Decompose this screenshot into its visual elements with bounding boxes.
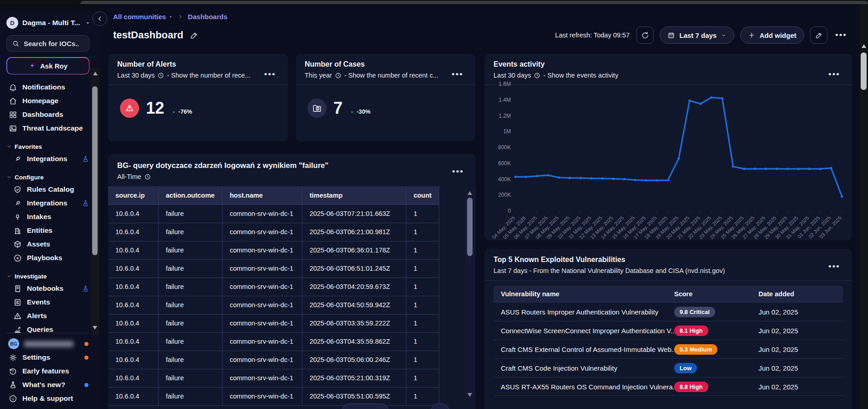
vuln-name: ConnectWise ScreenConnect Improper Authe… bbox=[494, 327, 674, 335]
sidebar-scrollbar[interactable] bbox=[91, 68, 99, 335]
table-row[interactable]: 10.6.0.4failurecommon-srv-win-dc-12025-0… bbox=[108, 314, 439, 332]
sidebar-item-what-s-new[interactable]: What's new? bbox=[6, 378, 89, 392]
dashboard-more-options-icon[interactable]: ••• bbox=[833, 28, 849, 42]
sidebar-item-integrations[interactable]: Integrations bbox=[6, 152, 89, 166]
table-cell: 10.6.0.4 bbox=[108, 369, 158, 387]
edit-title-pencil-icon[interactable] bbox=[190, 31, 198, 40]
sidebar-section-favorites[interactable]: Favorites bbox=[6, 141, 89, 152]
sidebar-item-label: Notifications bbox=[22, 83, 65, 91]
vuln-row[interactable]: Craft CMS Code Injection VulnerabilityLo… bbox=[494, 358, 843, 377]
scroll-up-arrow[interactable] bbox=[93, 72, 98, 75]
add-widget-button[interactable]: Add widget bbox=[740, 26, 804, 44]
notification-dot bbox=[84, 342, 88, 346]
sidebar-item-dashboards[interactable]: Dashboards bbox=[6, 108, 89, 121]
svg-text:1M: 1M bbox=[503, 128, 511, 135]
dashboards-grid-icon bbox=[8, 110, 17, 119]
widget-more-options-icon[interactable]: ••• bbox=[826, 260, 842, 273]
table-cell: 1 bbox=[406, 296, 439, 314]
edit-dashboard-button[interactable] bbox=[810, 26, 827, 44]
dashboard-controls: Last refresh: Today 09:57 Last 7 days Ad… bbox=[555, 26, 849, 44]
widget-title: BG- query dotyczace zdarzeń logowań z wy… bbox=[117, 161, 467, 170]
sidebar-section-configure[interactable]: Configure bbox=[6, 172, 89, 183]
scroll-up-arrow[interactable] bbox=[468, 191, 472, 195]
search-input[interactable] bbox=[24, 40, 78, 47]
sidebar-section-investigate[interactable]: Investigate bbox=[6, 271, 89, 282]
sidebar-item-notebooks[interactable]: Notebooks bbox=[6, 282, 89, 295]
alerts-count: 12 bbox=[146, 100, 164, 116]
sidebar-item-label: Integrations bbox=[27, 199, 68, 207]
table-cell: 1 bbox=[406, 241, 439, 259]
breadcrumb: All communities Dashboards bbox=[113, 13, 228, 21]
sidebar-item-homepage[interactable]: Homepage bbox=[6, 94, 89, 108]
workspace-name: Dagma - Multi T... bbox=[22, 19, 80, 27]
severity-badge: 9.8 Critical bbox=[674, 307, 715, 317]
vuln-row[interactable]: Craft CMS External Control of Assumed-Im… bbox=[494, 340, 843, 358]
table-cell: failure bbox=[158, 278, 222, 296]
sidebar-item-entities[interactable]: Entities bbox=[6, 224, 89, 237]
table-cell: 10.6.0.4 bbox=[108, 278, 158, 296]
table-cell: 2025-06-03T05:06:00.246Z bbox=[302, 351, 406, 369]
sidebar-item-label: Rules Catalog bbox=[27, 185, 74, 194]
table-row[interactable]: 10.6.0.4failurecommon-srv-win-dc-12025-0… bbox=[108, 278, 439, 296]
vuln-row[interactable]: ASUS Routers Improper Authentication Vul… bbox=[494, 302, 843, 321]
workspace-switcher[interactable]: D Dagma - Multi T... bbox=[6, 15, 89, 31]
column-header-vulnerability-name: Vulnerability name bbox=[494, 290, 674, 298]
scroll-down-arrow[interactable] bbox=[93, 326, 97, 330]
svg-text:800K: 800K bbox=[498, 144, 511, 151]
table-row[interactable]: 10.6.0.4failurecommon-srv-win-dc-12025-0… bbox=[108, 241, 439, 259]
sidebar-item-label: Early features bbox=[22, 367, 69, 375]
sidebar-item-intakes[interactable]: Intakes bbox=[6, 210, 89, 224]
widget-events-activity: Events activity Last 30 days - Show the … bbox=[484, 54, 852, 241]
pagination-button[interactable] bbox=[431, 404, 449, 409]
page-scrollbar[interactable] bbox=[859, 4, 868, 409]
sidebar-item-help-support[interactable]: Help & support bbox=[6, 392, 89, 405]
gear-icon bbox=[8, 353, 17, 362]
sidebar-item-settings[interactable]: Settings bbox=[6, 351, 89, 364]
table-row[interactable]: 10.6.0.4failurecommon-srv-win-dc-12025-0… bbox=[108, 204, 439, 223]
sidebar-user[interactable]: BG bbox=[6, 337, 89, 351]
table-row[interactable]: 10.6.0.4failurecommon-srv-win-dc-12025-0… bbox=[108, 369, 439, 387]
sidebar-item-label: Intakes bbox=[27, 213, 51, 221]
widget-more-options-icon[interactable]: ••• bbox=[450, 68, 465, 81]
refresh-button[interactable] bbox=[636, 26, 654, 44]
ioc-search[interactable] bbox=[6, 35, 89, 52]
table-scroll-thumb[interactable] bbox=[467, 198, 473, 256]
table-row[interactable]: 10.6.0.4failurecommon-srv-win-dc-12025-0… bbox=[108, 259, 439, 278]
sidebar-item-notifications[interactable]: Notifications bbox=[6, 80, 89, 94]
sidebar-collapse-button[interactable] bbox=[93, 11, 107, 26]
sidebar-item-playbooks[interactable]: Playbooks bbox=[6, 251, 89, 265]
table-row[interactable]: 10.6.0.4failurecommon-srv-win-dc-12025-0… bbox=[108, 332, 439, 351]
sidebar-item-events[interactable]: Events bbox=[6, 295, 89, 309]
table-row[interactable]: 10.6.0.4failurecommon-srv-win-dc-12025-0… bbox=[108, 351, 439, 369]
table-scrollbar[interactable] bbox=[465, 189, 475, 399]
table-row[interactable]: 10.6.0.4failurecommon-srv-win-dc-12025-0… bbox=[108, 296, 439, 314]
sidebar-item-rules-catalog[interactable]: Rules Catalog bbox=[6, 183, 89, 196]
ask-roy-label: Ask Roy bbox=[40, 62, 68, 70]
date-range-select[interactable]: Last 7 days bbox=[660, 26, 734, 44]
page-scroll-thumb[interactable] bbox=[861, 52, 867, 90]
widget-more-options-icon[interactable]: ••• bbox=[450, 165, 466, 178]
sidebar-item-integrations[interactable]: Integrations bbox=[6, 196, 89, 210]
scroll-up-arrow[interactable] bbox=[862, 44, 866, 48]
widget-more-options-icon[interactable]: ••• bbox=[262, 68, 278, 81]
pagination-button[interactable] bbox=[342, 404, 389, 409]
scroll-down-arrow[interactable] bbox=[468, 393, 472, 397]
flask-icon bbox=[82, 285, 89, 293]
table-row[interactable]: 10.6.0.4failurecommon-srv-win-dc-12025-0… bbox=[108, 223, 439, 241]
table-cell: failure bbox=[158, 204, 222, 223]
ask-roy-button[interactable]: Ask Roy bbox=[6, 57, 89, 74]
table-row[interactable]: 10.6.0.4failurecommon-srv-win-dc-12025-0… bbox=[108, 387, 439, 405]
sidebar-item-assets[interactable]: Assets bbox=[6, 237, 89, 251]
sidebar-item-early-features[interactable]: Early features bbox=[6, 364, 89, 378]
sidebar-item-threat-landscape[interactable]: Threat Landscape bbox=[6, 121, 89, 135]
widget-title: Number of Alerts bbox=[117, 60, 279, 68]
sidebar-item-alerts[interactable]: Alerts bbox=[6, 309, 89, 323]
breadcrumb-communities[interactable]: All communities bbox=[113, 13, 173, 21]
vuln-row[interactable]: ASUS RT-AX55 Routers OS Command Injectio… bbox=[494, 377, 843, 396]
vuln-row[interactable]: ConnectWise ScreenConnect Improper Authe… bbox=[494, 321, 843, 340]
table-cell: failure bbox=[158, 223, 222, 241]
sidebar-item-label: Notebooks bbox=[27, 284, 63, 293]
calendar-icon bbox=[667, 31, 675, 39]
sidebar-scroll-thumb[interactable] bbox=[92, 86, 98, 255]
breadcrumb-dashboards[interactable]: Dashboards bbox=[188, 13, 228, 21]
